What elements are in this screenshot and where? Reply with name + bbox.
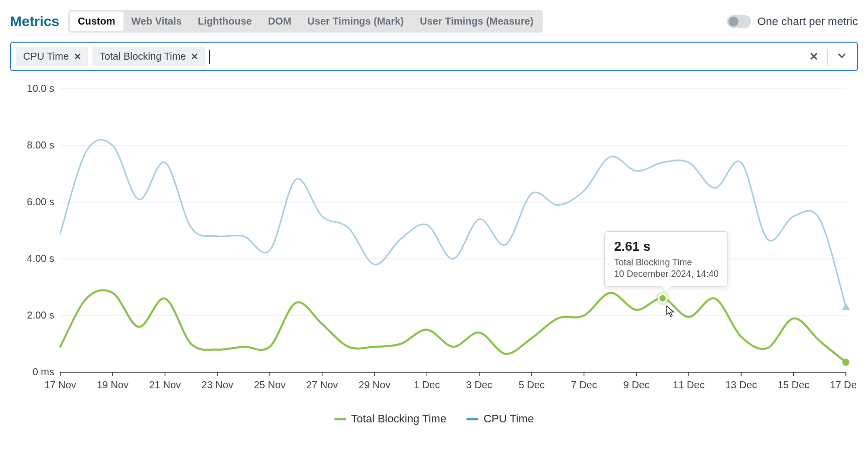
x-tick-label: 19 Nov [96, 379, 128, 390]
filter-text-cursor [209, 50, 210, 64]
x-tick-label: 15 Dec [777, 379, 809, 390]
legend-swatch [334, 418, 346, 420]
x-tick-label: 13 Dec [725, 379, 757, 390]
chip-label: CPU Time [23, 51, 69, 62]
tab-custom[interactable]: Custom [70, 12, 123, 31]
tabs-group: CustomWeb VitalsLighthouseDOMUser Timing… [68, 10, 543, 33]
tab-web-vitals[interactable]: Web Vitals [123, 12, 190, 31]
tab-lighthouse[interactable]: Lighthouse [190, 12, 260, 31]
clear-filter-button[interactable]: ✕ [804, 50, 823, 63]
chip-label: Total Blocking Time [99, 51, 186, 62]
metric-filter-bar[interactable]: CPU Time✕Total Blocking Time✕ ✕ [10, 42, 858, 71]
x-tick-label: 1 Dec [414, 379, 440, 390]
chart-svg: 0 ms2.00 s4.00 s6.00 s8.00 s10.0 s17 Nov… [13, 81, 856, 407]
x-tick-label: 11 Dec [673, 379, 704, 390]
x-tick-label: 17 Nov [44, 379, 76, 390]
chips-holder: CPU Time✕Total Blocking Time✕ [16, 47, 205, 66]
header-row: Metrics CustomWeb VitalsLighthouseDOMUse… [10, 10, 858, 33]
y-tick-label: 4.00 s [27, 253, 54, 264]
y-tick-label: 2.00 s [27, 310, 54, 321]
legend-label: CPU Time [483, 412, 534, 425]
chevron-down-icon [837, 51, 847, 61]
x-tick-label: 17 Dec [830, 379, 856, 390]
y-tick-label: 6.00 s [27, 196, 54, 207]
chart-legend: Total Blocking TimeCPU Time [10, 412, 858, 425]
header-right: One chart per metric [727, 15, 858, 28]
tab-dom[interactable]: DOM [260, 12, 300, 31]
expand-filter-button[interactable] [832, 51, 852, 63]
x-tick-label: 21 Nov [149, 379, 180, 390]
legend-label: Total Blocking Time [351, 412, 447, 425]
x-tick-label: 9 Dec [623, 379, 649, 390]
x-tick-label: 27 Nov [306, 379, 337, 390]
y-tick-label: 0 ms [32, 366, 54, 377]
tab-user-timings-measure-[interactable]: User Timings (Measure) [412, 12, 541, 31]
x-tick-label: 3 Dec [466, 379, 492, 390]
filter-divider [827, 49, 828, 65]
legend-item-total-blocking-time[interactable]: Total Blocking Time [334, 412, 447, 425]
one-chart-toggle-label: One chart per metric [757, 15, 858, 28]
page-title: Metrics [10, 14, 59, 30]
legend-item-cpu-time[interactable]: CPU Time [466, 412, 534, 425]
x-tick-label: 23 Nov [201, 379, 233, 390]
filter-chip-cpu-time[interactable]: CPU Time✕ [16, 47, 88, 66]
toggle-knob [728, 17, 738, 27]
one-chart-toggle[interactable] [727, 15, 751, 28]
series-line-total-blocking-time [60, 290, 846, 363]
chip-remove-icon[interactable]: ✕ [74, 51, 81, 62]
x-tick-label: 29 Nov [358, 379, 390, 390]
legend-swatch [466, 418, 478, 420]
y-tick-label: 10.0 s [27, 83, 54, 94]
x-tick-label: 5 Dec [518, 379, 544, 390]
x-tick-label: 7 Dec [571, 379, 597, 390]
chart-area[interactable]: 0 ms2.00 s4.00 s6.00 s8.00 s10.0 s17 Nov… [13, 81, 856, 407]
chip-remove-icon[interactable]: ✕ [191, 51, 198, 62]
svg-point-25 [658, 294, 666, 302]
y-tick-label: 8.00 s [27, 139, 54, 150]
header-left: Metrics CustomWeb VitalsLighthouseDOMUse… [10, 10, 543, 33]
series-line-cpu-time [60, 140, 846, 308]
filter-chip-total-blocking-time[interactable]: Total Blocking Time✕ [92, 47, 205, 66]
tab-user-timings-mark-[interactable]: User Timings (Mark) [299, 12, 412, 31]
x-tick-label: 25 Nov [254, 379, 285, 390]
svg-point-23 [842, 359, 849, 366]
